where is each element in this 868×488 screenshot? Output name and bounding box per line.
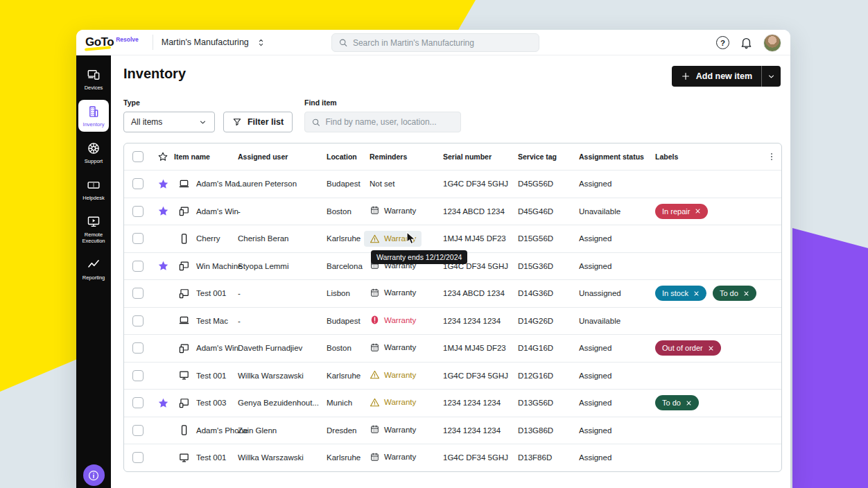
assigned-user: Willka Warszawski xyxy=(238,453,327,462)
table-row[interactable]: Test 001 Willka Warszawski Karlsruhe War… xyxy=(124,444,781,471)
sidebar-item-helpdesk[interactable]: Helpdesk xyxy=(78,173,109,205)
column-header[interactable]: Labels xyxy=(655,152,760,161)
type-filter-value: All items xyxy=(131,117,162,127)
table-row[interactable]: Cherry Cherish Beran Karlsruhe Warranty … xyxy=(124,225,781,252)
sidebar-item-inventory[interactable]: Inventory xyxy=(78,100,109,132)
table-row[interactable]: Test 001 - Lisbon Warranty 1234 ABCD 123… xyxy=(124,279,781,307)
table-row[interactable]: Adam's Mac Lauren Peterson Budapest Not … xyxy=(124,170,781,198)
row-checkbox[interactable] xyxy=(132,233,144,244)
user-avatar[interactable] xyxy=(763,34,781,52)
add-new-item-dropdown[interactable] xyxy=(762,66,781,87)
global-search[interactable] xyxy=(331,33,539,52)
sidebar-item-devices[interactable]: Devices xyxy=(78,63,109,95)
remove-label-icon[interactable] xyxy=(686,400,692,406)
reminder-cell[interactable]: Warranty xyxy=(370,342,416,353)
row-checkbox[interactable] xyxy=(132,261,144,272)
org-switcher-icon[interactable] xyxy=(257,38,266,47)
table-row[interactable]: Adam's Phone Zain Glenn Dresden Warranty… xyxy=(124,417,781,444)
filter-list-button[interactable]: Filter list xyxy=(223,112,293,132)
resolve-product-label: Resolve xyxy=(116,36,139,43)
devices-icon xyxy=(87,68,101,82)
remove-label-icon[interactable] xyxy=(708,345,714,351)
item-name: Test 001 xyxy=(196,372,226,380)
table-row[interactable]: Adam's Win Daveth Furnadjiev Boston Warr… xyxy=(124,334,781,362)
notifications-bell-icon[interactable] xyxy=(740,36,753,49)
chevron-down-icon xyxy=(767,72,776,81)
table-row[interactable]: Test 001 Willka Warszawski Karlsruhe War… xyxy=(124,362,781,390)
row-checkbox[interactable] xyxy=(132,370,144,381)
column-header[interactable]: Reminders xyxy=(370,152,443,161)
remove-label-icon[interactable] xyxy=(695,208,701,214)
column-header[interactable]: Location xyxy=(327,152,370,161)
column-header[interactable]: Item name xyxy=(174,152,238,161)
row-checkbox[interactable] xyxy=(132,342,144,354)
assigned-user: Zain Glenn xyxy=(238,426,327,435)
label-pill[interactable]: To do xyxy=(655,395,699,410)
service-tag: D15G56D xyxy=(518,234,579,243)
reminder-cell[interactable]: Warranty xyxy=(370,369,416,380)
reminder-cell[interactable]: Warranty xyxy=(370,397,416,408)
find-item-input[interactable] xyxy=(326,117,455,127)
label-pill[interactable]: In repair xyxy=(655,204,708,219)
service-tag: D12G16D xyxy=(518,372,579,380)
table-row[interactable]: Test 003 Genya Bezuidenhout... Munich Wa… xyxy=(124,389,781,417)
remove-label-icon[interactable] xyxy=(693,290,700,297)
assigned-user: Genya Bezuidenhout... xyxy=(238,399,327,407)
item-name: Win Machine xyxy=(196,262,242,270)
row-checkbox[interactable] xyxy=(132,288,144,299)
add-new-item-main[interactable]: Add new item xyxy=(672,66,761,87)
filter-toolbar: Type All items Filter list Find item xyxy=(123,98,461,132)
goto-resolve-logo[interactable]: GoTo Resolve xyxy=(76,35,147,49)
row-checkbox[interactable] xyxy=(132,425,144,436)
assigned-user: - xyxy=(238,207,327,216)
sidebar-item-support[interactable]: Support xyxy=(78,137,109,168)
row-checkbox[interactable] xyxy=(132,397,144,408)
row-checkbox[interactable] xyxy=(132,315,144,326)
reminder-cell[interactable]: Warranty xyxy=(370,205,416,216)
service-tag: D14G16D xyxy=(518,344,579,352)
reminder-cell[interactable]: Warranty xyxy=(370,424,416,435)
type-filter-label: Type xyxy=(123,98,215,107)
reminder-cell[interactable]: Warranty xyxy=(370,452,416,462)
table-row[interactable]: Adam's Win - Boston Warranty 1234 ABCD 1… xyxy=(124,198,781,225)
column-header[interactable]: Serial number xyxy=(443,152,518,161)
reminder-text: Warranty xyxy=(384,453,416,461)
warning-triangle-icon xyxy=(370,397,380,408)
global-search-input[interactable] xyxy=(353,38,532,48)
column-header[interactable]: Assignment status xyxy=(579,152,655,161)
label-pill[interactable]: To do xyxy=(713,286,756,301)
calendar-icon xyxy=(370,205,380,216)
info-icon xyxy=(87,469,100,482)
type-filter-select[interactable]: All items xyxy=(123,112,215,132)
reminder-cell[interactable]: Not set xyxy=(370,180,394,188)
find-item-search[interactable] xyxy=(304,112,461,132)
sidebar-item-remote[interactable]: Remote Execution xyxy=(78,210,109,248)
reminder-cell[interactable]: Warranty xyxy=(370,288,416,298)
row-checkbox[interactable] xyxy=(132,178,144,189)
select-all-checkbox[interactable] xyxy=(132,151,144,162)
favorite-star-icon[interactable] xyxy=(157,205,169,217)
find-item-group: Find item xyxy=(304,98,461,132)
assignment-status: Assigned xyxy=(579,344,655,352)
reminder-cell[interactable]: Warranty xyxy=(370,315,416,325)
favorite-star-icon[interactable] xyxy=(157,178,169,190)
main-content: Inventory Add new item Type xyxy=(111,55,790,488)
serial-number: 1G4C DF34 5GHJ xyxy=(443,180,518,188)
row-checkbox[interactable] xyxy=(132,206,144,217)
label-pill[interactable]: Out of order xyxy=(655,340,721,356)
column-options-icon[interactable] xyxy=(767,152,776,162)
info-button[interactable] xyxy=(83,464,105,486)
column-header[interactable]: Service tag xyxy=(518,152,579,161)
remote-icon xyxy=(87,215,101,229)
favorite-star-icon[interactable] xyxy=(157,260,169,272)
row-checkbox[interactable] xyxy=(132,452,144,463)
label-pill[interactable]: In stock xyxy=(655,286,706,301)
favorite-star-icon[interactable] xyxy=(157,397,169,409)
column-header[interactable]: Assigned user xyxy=(238,152,327,161)
table-row[interactable]: Test Mac - Budapest Warranty 1234 1234 1… xyxy=(124,307,781,335)
help-icon[interactable]: ? xyxy=(716,36,729,49)
warning-triangle-icon xyxy=(370,234,380,244)
remove-label-icon[interactable] xyxy=(743,290,749,297)
star-column-header-icon[interactable] xyxy=(157,151,168,162)
sidebar-item-reporting[interactable]: Reporting xyxy=(78,253,109,285)
